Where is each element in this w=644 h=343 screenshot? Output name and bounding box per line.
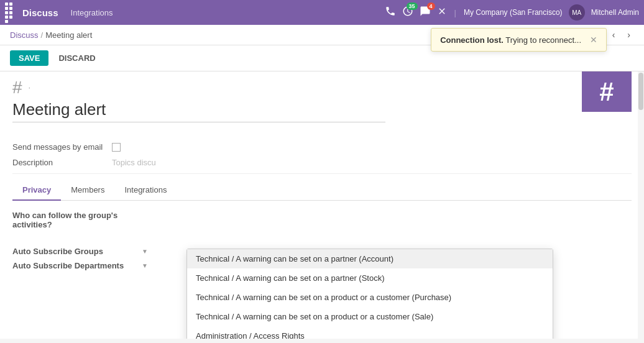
auto-groups-dropdown-arrow[interactable]: ▼ [142,248,148,255]
tab-privacy[interactable]: Privacy [12,180,61,201]
description-label: Description [12,158,112,167]
scrollbar-thumb[interactable] [638,73,643,110]
timer-icon[interactable]: 35 [402,6,413,19]
top-nav: Discuss Integrations 35 4 | My Company (… [0,0,644,25]
nav-integrations[interactable]: Integrations [71,8,113,17]
nav-right-section: 35 4 | My Company (San Francisco) MA Mit… [385,4,639,21]
prev-page-button[interactable]: ‹ [609,29,619,41]
breadcrumb-link[interactable]: Discuss [10,30,39,40]
send-email-label: Send messages by email [12,142,112,152]
chat-badge: 4 [427,2,435,10]
tabs-bar: Privacy Members Integrations [12,180,632,201]
phone-icon[interactable] [385,6,396,19]
hash-icon: # [12,78,22,98]
toast-bold-text: Connection lost. [440,35,504,45]
dropdown-item-2[interactable]: Technical / A warning can be set on a pr… [187,288,553,307]
toast-close-icon[interactable]: ✕ [590,35,597,45]
channel-name-input[interactable] [12,100,385,122]
avatar[interactable]: MA [569,4,585,21]
scrollbar[interactable] [638,71,644,339]
tab-members[interactable]: Members [61,180,114,201]
next-page-button[interactable]: › [623,29,634,41]
channel-badge: # [582,71,632,112]
breadcrumb-current: Meeting alert [45,30,92,40]
send-email-checkbox[interactable] [112,143,121,152]
main-content: # · # Send messages by email Description… [0,71,644,339]
chat-icon[interactable]: 4 [420,6,431,19]
toast-text: Connection lost. Trying to reconnect... [440,35,581,45]
dropdown-item-3[interactable]: Technical / A warning can be set on a pr… [187,307,553,326]
toast-normal-text: Trying to reconnect... [505,35,581,45]
send-email-row: Send messages by email [12,142,632,152]
auto-depts-dropdown-arrow[interactable]: ▼ [142,262,148,269]
auto-subscribe-depts-label: Auto Subscribe Departments [12,261,137,270]
breadcrumb-separator: / [41,30,44,40]
grid-menu-icon[interactable] [5,2,16,23]
timer-badge: 35 [407,2,418,10]
channel-header: # · # [12,71,632,98]
dropdown-item-4[interactable]: Administration / Access Rights [187,326,553,339]
company-name[interactable]: My Company (San Francisco) [464,8,563,17]
tab-integrations[interactable]: Integrations [114,180,177,201]
nav-divider: | [454,8,456,17]
close-nav-icon[interactable] [437,6,447,19]
who-follow-label: Who can follow the group's activities? [12,211,137,229]
hash-badge-icon: # [599,77,614,107]
save-button[interactable]: SAVE [10,50,48,66]
discard-button[interactable]: DISCARD [53,50,100,66]
dropdown-item-0[interactable]: Technical / A warning can be set on a pa… [187,249,553,268]
description-value[interactable]: Topics discu [112,158,156,167]
who-follow-row: Who can follow the group's activities? [12,211,632,229]
dropdown-overlay: Technical / A warning can be set on a pa… [186,249,553,339]
dropdown-item-1[interactable]: Technical / A warning can be set on a pa… [187,268,553,288]
dot-separator: · [29,83,31,92]
description-row: Description Topics discu [12,158,632,167]
username[interactable]: Mitchell Admin [591,8,639,17]
connection-toast: Connection lost. Trying to reconnect... … [431,28,607,52]
auto-subscribe-groups-label: Auto Subscribe Groups [12,247,137,256]
app-title: Discuss [22,7,58,18]
channel-name-field [12,100,632,132]
